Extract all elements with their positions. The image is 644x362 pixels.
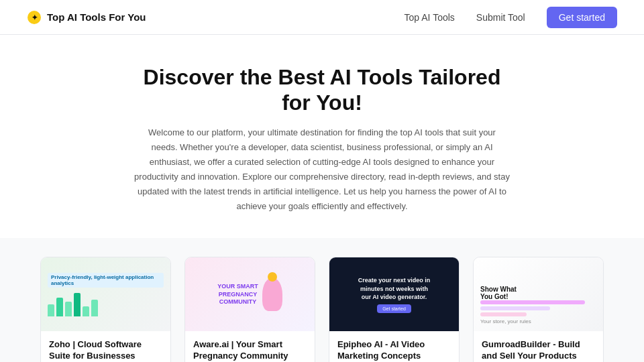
zoho-bar-5 <box>83 306 89 316</box>
hero-description: Welcome to our platform, your ultimate d… <box>134 125 510 215</box>
card-body-epipheo: Epipheo AI - AI Video Marketing Concepts… <box>329 331 459 362</box>
thumb-epipheo-inner: Create your next video inminutes not wee… <box>329 257 459 331</box>
nav-links: Top AI Tools Submit Tool <box>405 12 525 23</box>
navbar: ✦ Top AI Tools For You Top AI Tools Subm… <box>0 0 644 35</box>
get-started-button[interactable]: Get started <box>547 7 617 28</box>
card-title-aware: Aware.ai | Your Smart Pregnancy Communit… <box>193 339 307 362</box>
card-body-aware: Aware.ai | Your Smart Pregnancy Communit… <box>185 331 315 362</box>
epipheo-btn-mock: Get started <box>377 304 411 313</box>
nav-logo-text: Top AI Tools For You <box>47 11 146 23</box>
card-title-epipheo: Epipheo AI - AI Video Marketing Concepts <box>337 339 451 362</box>
zoho-bar-2 <box>56 298 63 316</box>
thumb-zoho-inner: Privacy-friendly, light-weight applicati… <box>41 257 170 331</box>
card-title-gumroad: GumroadBuilder - Build and Sell Your Pro… <box>482 339 595 362</box>
thumb-aware-inner: YOUR SMARTPREGNANCYCOMMUNITY <box>185 257 315 331</box>
card-body-gumroad: GumroadBuilder - Build and Sell Your Pro… <box>474 331 603 362</box>
gumroad-bar-3 <box>480 312 527 316</box>
hero-section: Discover the Best AI Tools Tailored for … <box>0 35 644 238</box>
zoho-bar-3 <box>65 302 72 316</box>
tools-grid: Privacy-friendly, light-weight applicati… <box>40 257 604 362</box>
card-thumb-gumroad: Show WhatYou Got! Your store, your rules <box>474 257 603 331</box>
card-title-zoho: Zoho | Cloud Software Suite for Business… <box>49 339 162 362</box>
epipheo-title-text: Create your next video inminutes not wee… <box>358 276 431 302</box>
card-thumb-aware: YOUR SMARTPREGNANCYCOMMUNITY <box>185 257 315 331</box>
logo-icon: ✦ <box>27 10 42 25</box>
zoho-bar-6 <box>91 300 98 316</box>
aware-figure <box>262 278 282 311</box>
gumroad-thumb-sub: Your store, your rules <box>480 318 531 324</box>
card-aware[interactable]: YOUR SMARTPREGNANCYCOMMUNITY Aware.ai | … <box>184 257 315 362</box>
aware-title-text: YOUR SMARTPREGNANCYCOMMUNITY <box>217 283 258 306</box>
zoho-bar-1 <box>48 304 54 316</box>
zoho-tag: Privacy-friendly, light-weight applicati… <box>48 273 164 288</box>
card-thumb-zoho: Privacy-friendly, light-weight applicati… <box>41 257 170 331</box>
aware-text-block: YOUR SMARTPREGNANCYCOMMUNITY <box>217 283 258 306</box>
svg-text:✦: ✦ <box>32 13 38 21</box>
hero-title: Discover the Best AI Tools Tailored for … <box>134 64 510 116</box>
card-body-zoho: Zoho | Cloud Software Suite for Business… <box>41 331 170 362</box>
zoho-bar-4 <box>74 293 80 316</box>
tools-grid-section: Privacy-friendly, light-weight applicati… <box>0 238 644 362</box>
card-zoho[interactable]: Privacy-friendly, light-weight applicati… <box>40 257 171 362</box>
nav-logo[interactable]: ✦ Top AI Tools For You <box>27 10 146 25</box>
card-thumb-epipheo: Create your next video inminutes not wee… <box>329 257 459 331</box>
gumroad-bar-1 <box>480 300 585 304</box>
card-gumroad[interactable]: Show WhatYou Got! Your store, your rules… <box>473 257 604 362</box>
zoho-bars <box>48 293 98 316</box>
nav-link-tools[interactable]: Top AI Tools <box>405 12 455 23</box>
thumb-gumroad-inner: Show WhatYou Got! Your store, your rules <box>474 257 603 331</box>
gumroad-thumb-title: Show WhatYou Got! <box>480 286 517 300</box>
card-epipheo[interactable]: Create your next video inminutes not wee… <box>329 257 460 362</box>
gumroad-bar-2 <box>480 306 550 310</box>
nav-link-submit[interactable]: Submit Tool <box>476 12 525 23</box>
